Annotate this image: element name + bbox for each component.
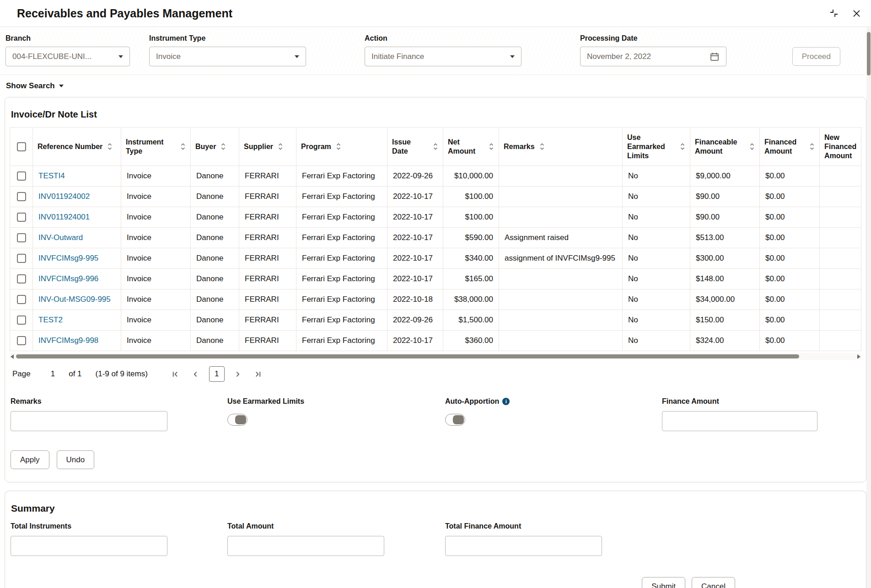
horizontal-scrollbar-thumb[interactable] <box>16 354 799 358</box>
column-header-program[interactable]: Program <box>296 128 387 166</box>
reference-number-link[interactable]: INVFCIMsg9-996 <box>38 274 98 283</box>
row-checkbox[interactable] <box>17 336 26 345</box>
row-checkbox[interactable] <box>17 233 26 242</box>
column-header-financeable_amount[interactable]: Financeable Amount <box>690 128 760 166</box>
row-checkbox-cell <box>10 289 33 310</box>
sort-icon[interactable] <box>749 142 755 151</box>
column-header-issue_date[interactable]: Issue Date <box>387 128 443 166</box>
sort-icon[interactable] <box>433 142 438 151</box>
scroll-right-arrow-icon[interactable] <box>857 354 860 359</box>
sort-icon[interactable] <box>107 142 113 151</box>
proceed-button[interactable]: Proceed <box>792 47 840 66</box>
calendar-icon[interactable] <box>710 52 720 62</box>
sort-icon[interactable] <box>278 142 283 151</box>
branch-value: 004-FLEXCUBE-UNI... <box>12 52 91 61</box>
column-header-remarks[interactable]: Remarks <box>499 128 623 166</box>
row-checkbox[interactable] <box>17 274 26 283</box>
row-checkbox[interactable] <box>17 295 26 304</box>
total-instruments-field: Total Instruments <box>11 522 227 556</box>
reference-number-link[interactable]: INV011924001 <box>38 213 90 221</box>
sort-icon[interactable] <box>809 142 815 151</box>
cell-new_financed_amount <box>820 331 861 351</box>
row-checkbox[interactable] <box>17 213 26 222</box>
use-earmarked-limits-toggle[interactable] <box>227 414 247 426</box>
reference-number-link[interactable]: INVFCIMsg9-998 <box>38 336 98 345</box>
total-amount-field: Total Amount <box>227 522 445 556</box>
cell-buyer: Danone <box>191 187 239 207</box>
action-label: Action <box>365 34 522 43</box>
cancel-button[interactable]: Cancel <box>692 577 735 588</box>
submit-button[interactable]: Submit <box>642 577 685 588</box>
row-checkbox-cell <box>10 228 33 248</box>
reference-number-link[interactable]: INV-Out-MSG09-995 <box>38 295 111 304</box>
column-header-supplier[interactable]: Supplier <box>239 128 296 166</box>
sort-icon[interactable] <box>220 142 226 151</box>
reference-number-link[interactable]: INV011924002 <box>38 192 90 201</box>
vertical-scrollbar-thumb[interactable] <box>867 32 871 75</box>
table-header-row: Reference NumberInstrument TypeBuyerSupp… <box>10 128 861 166</box>
row-checkbox[interactable] <box>17 192 26 201</box>
column-header-label: Program <box>301 142 331 151</box>
close-icon[interactable] <box>852 9 861 18</box>
cell-remarks <box>499 207 623 228</box>
cell-financed_amount: $0.00 <box>760 310 820 331</box>
use-earmarked-limits-field: Use Earmarked Limits <box>227 397 445 431</box>
total-instruments-input[interactable] <box>11 536 167 556</box>
last-page-button[interactable] <box>251 367 265 381</box>
cell-supplier: FERRARI <box>239 248 296 269</box>
total-amount-input[interactable] <box>227 536 384 556</box>
column-header-label: Financeable Amount <box>695 138 745 156</box>
column-header-buyer[interactable]: Buyer <box>191 128 239 166</box>
reference-number-link[interactable]: TEST2 <box>38 315 63 324</box>
previous-page-button[interactable] <box>189 367 203 381</box>
horizontal-scrollbar[interactable] <box>10 353 861 360</box>
cell-remarks <box>499 331 623 351</box>
next-page-button[interactable] <box>231 367 245 381</box>
reference-number-link[interactable]: TESTI4 <box>38 171 65 180</box>
undo-button[interactable]: Undo <box>57 450 95 469</box>
finance-amount-input[interactable] <box>662 411 817 431</box>
reference-number-link[interactable]: INVFCIMsg9-995 <box>38 254 98 262</box>
cell-instrument_type: Invoice <box>121 289 191 310</box>
column-header-net_amount[interactable]: Net Amount <box>443 128 499 166</box>
row-checkbox[interactable] <box>17 315 26 325</box>
action-select[interactable]: Initiate Finance <box>365 47 522 66</box>
toggle-thumb <box>235 415 246 424</box>
sort-icon[interactable] <box>680 142 685 151</box>
cell-financeable_amount: $9,000.00 <box>690 166 760 187</box>
cell-buyer: Danone <box>191 310 239 331</box>
remarks-input[interactable] <box>11 411 167 431</box>
sort-icon[interactable] <box>539 142 545 151</box>
cell-new_financed_amount <box>820 269 861 289</box>
row-checkbox[interactable] <box>17 171 26 181</box>
processing-date-input[interactable]: November 2, 2022 <box>580 47 726 66</box>
scroll-left-arrow-icon[interactable] <box>11 354 14 359</box>
sort-icon[interactable] <box>336 142 341 151</box>
page-number-box[interactable]: 1 <box>209 366 225 382</box>
restore-layout-icon[interactable] <box>829 9 839 18</box>
column-header-financed_amount[interactable]: Financed Amount <box>760 128 820 166</box>
branch-select[interactable]: 004-FLEXCUBE-UNI... <box>5 47 130 66</box>
column-header-label: Reference Number <box>38 142 102 151</box>
column-header-reference_number[interactable]: Reference Number <box>33 128 121 166</box>
vertical-scrollbar[interactable] <box>866 27 871 588</box>
sort-icon[interactable] <box>489 142 494 151</box>
select-all-checkbox[interactable] <box>17 142 26 151</box>
show-search-toggle[interactable]: Show Search <box>0 75 64 94</box>
sort-icon[interactable] <box>180 142 186 151</box>
first-page-button[interactable] <box>169 367 183 381</box>
apply-button[interactable]: Apply <box>11 450 49 469</box>
cell-program: Ferrari Exp Factoring <box>296 207 387 228</box>
info-icon[interactable]: i <box>502 398 510 405</box>
column-header-use_earmarked_limits[interactable]: Use Earmarked Limits <box>623 128 690 166</box>
instrument-type-select[interactable]: Invoice <box>149 47 306 66</box>
total-finance-amount-input[interactable] <box>445 536 602 556</box>
row-checkbox[interactable] <box>17 254 26 263</box>
cell-remarks <box>499 166 623 187</box>
auto-apportion-toggle[interactable] <box>445 414 465 426</box>
reference-number-link[interactable]: INV-Outward <box>38 233 83 242</box>
column-header-instrument_type[interactable]: Instrument Type <box>121 128 191 166</box>
cell-financed_amount: $0.00 <box>760 248 820 269</box>
row-checkbox-cell <box>10 248 33 269</box>
cell-financeable_amount: $513.00 <box>690 228 760 248</box>
